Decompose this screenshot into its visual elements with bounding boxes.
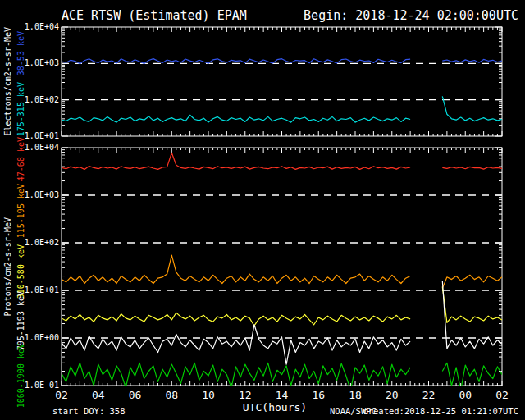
series-trace-1060-1900-keV	[62, 363, 502, 390]
panel-frame-protons	[62, 148, 502, 386]
xtick-11-00: 00	[452, 390, 478, 400]
ytick-protons-1.0E-01: 1.0E-01	[21, 381, 59, 390]
ytick-protons-1.0E+02: 1.0E+02	[21, 239, 59, 247]
epam-chart	[0, 0, 525, 420]
xtick-0-02: 02	[48, 390, 75, 400]
x-axis-title: UTC(hours)	[230, 401, 320, 413]
xtick-10-22: 22	[416, 390, 442, 400]
xtick-7-16: 16	[305, 390, 331, 400]
xtick-3-08: 08	[158, 390, 185, 400]
xtick-1-04: 04	[85, 390, 112, 400]
ytick-protons-1.0E+04: 1.0E+04	[21, 144, 59, 152]
xtick-6-14: 14	[269, 390, 295, 400]
start-doy-label: start DOY: 358	[52, 406, 126, 416]
epam-plot-screen: ACE RTSW (Estimated) EPAM Begin: 2018-12…	[0, 0, 525, 420]
ytick-protons-1.0E+03: 1.0E+03	[21, 191, 59, 199]
panel-frame-electrons	[62, 27, 502, 136]
ytick-electrons-1.0E+01: 1.0E+01	[21, 132, 59, 140]
ytick-electrons-1.0E+03: 1.0E+03	[21, 59, 59, 67]
series-trace-47-68-keV	[62, 153, 502, 169]
series-trace-795-1193-keV	[62, 281, 502, 364]
xtick-9-20: 20	[379, 390, 405, 400]
xtick-8-18: 18	[342, 390, 368, 400]
series-trace-115-195-keV	[62, 255, 502, 289]
series-trace-310-580-keV	[62, 286, 502, 326]
ytick-electrons-1.0E+02: 1.0E+02	[21, 96, 59, 104]
ytick-protons-1.0E+00: 1.0E+00	[21, 334, 59, 342]
ytick-electrons-1.0E+04: 1.0E+04	[21, 23, 59, 31]
xtick-4-10: 10	[195, 390, 221, 400]
xtick-5-12: 12	[232, 390, 258, 400]
created-timestamp: created:2018-12-25 01:21:07UTC	[363, 406, 518, 416]
ytick-protons-1.0E+01: 1.0E+01	[21, 286, 59, 294]
xtick-12-02: 02	[489, 390, 515, 400]
xtick-2-06: 06	[122, 390, 148, 400]
